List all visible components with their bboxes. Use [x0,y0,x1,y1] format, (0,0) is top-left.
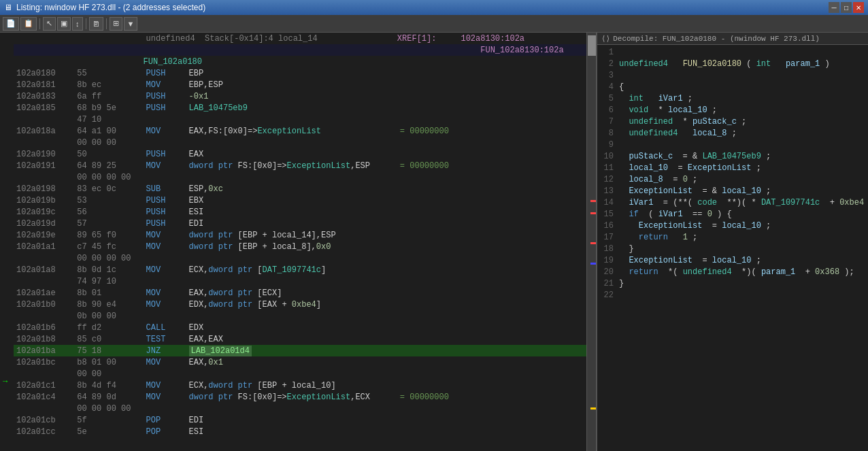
asm-row-bytes-000000: 00 00 00 [14,137,586,148]
asm-row-mov-eax-exc[interactable]: 102a018a 64 a1 00 MOV EAX,FS:[0x0]=>Exce… [14,125,586,137]
toolbar-view-button[interactable]: ⊞ [110,17,122,31]
decompile-header: ⟨⟩ Decompile: FUN_102a0180 - (nwindow HF… [597,33,868,45]
listing-scrollbar[interactable] [586,33,596,451]
toolbar-arrow-button[interactable]: ↕ [72,17,83,31]
decompile-line-13: 13 ExceptionList = & local_10 ; [597,185,868,197]
toolbar-paste-button[interactable]: 📋 [20,17,37,31]
window-controls[interactable]: ─ □ ✕ [829,2,864,13]
listing-content: → undefined4 Stack[-0x14]:4 local_14 [0,33,596,451]
asm-row-mov-ebp-esp[interactable]: 102a0181 8b ec MOV EBP,ESP [14,79,586,90]
error-marker-1 [590,200,596,202]
asm-row-test-eax-eax[interactable]: 102a01b8 85 c0 TEST EAX,EAX [14,333,586,345]
listing-table: undefined4 Stack[-0x14]:4 local_14 XREF[… [14,33,586,437]
decompile-line-8: 8 undefined4 local_8 ; [597,127,868,139]
func-label-row: FUN_102a0180 [14,56,586,67]
minimize-button[interactable]: ─ [829,2,839,13]
decompile-line-4: 4 { [597,81,868,93]
asm-row-sub-esp[interactable]: 102a0198 83 ec 0c SUB ESP,0xc [14,183,586,195]
asm-row-push-edi[interactable]: 102a019d 57 PUSH EDI [14,218,586,229]
toolbar-copy-button[interactable]: 📄 [3,17,19,31]
asm-row-mov-ecx-local10[interactable]: 102a01c1 8b 4d f4 MOV ECX,dword ptr [EBP… [14,380,586,391]
asm-row-push-ebx[interactable]: 102a019b 53 PUSH EBX [14,195,586,206]
toolbar-select-button[interactable]: ▣ [57,17,71,31]
warning-marker-1 [590,407,596,410]
asm-row-bytes-00000000-1: 00 00 00 00 [14,171,586,183]
decompile-line-6: 6 void * local_10 ; [597,104,868,116]
asm-row-push-lab[interactable]: 102a0185 68 b9 5e PUSH LAB_10475eb9 [14,102,586,114]
listing-header-row: undefined4 Stack[-0x14]:4 local_14 XREF[… [14,33,586,44]
decompile-line-7: 7 undefined * puStack_c ; [597,116,868,127]
maximize-button[interactable]: □ [841,2,852,13]
asm-row-mov-edx-eax-be4[interactable]: 102a01b0 8b 90 e4 MOV EDX,dword ptr [EAX… [14,299,586,310]
decompile-line-11: 11 local_10 = ExceptionList ; [597,162,868,173]
decompile-line-15: 15 if ( iVar1 == 0 ) { [597,208,868,220]
decompile-line-20: 20 return *( undefined4 *)( param_1 + 0x… [597,266,868,278]
error-marker-3 [590,242,596,244]
main-area: → undefined4 Stack[-0x14]:4 local_14 [0,33,868,451]
decompile-pane: ⟨⟩ Decompile: FUN_102a0180 - (nwindow HF… [597,33,868,451]
decompile-line-21: 21 } [597,278,868,289]
asm-row-bytes-00000000-2: 00 00 00 00 [14,252,586,264]
toolbar-dropdown-button[interactable]: ▼ [124,17,138,31]
toolbar-disasm-button[interactable]: 🖹 [89,17,103,31]
nav-marker-1 [590,263,596,265]
toolbar-separator-1 [39,18,40,29]
asm-row-push-neg1[interactable]: 102a0183 6a ff PUSH -0x1 [14,90,586,102]
decompile-line-12: 12 local_8 = 0 ; [597,173,868,185]
xref-row-1: FUN_102a8130:102a [14,44,586,56]
decompile-line-19: 19 ExceptionList = local_10 ; [597,254,868,266]
decompile-icon: ⟨⟩ [601,34,610,43]
app-icon: 🖥 [4,3,12,13]
asm-row-mov-local14-esp[interactable]: 102a019e 89 65 f0 MOV dword ptr [EBP + l… [14,229,586,241]
error-marker-2 [590,212,596,214]
asm-row-pop-edi[interactable]: 102a01cb 5f POP EDI [14,414,586,426]
decompile-line-2: 2 undefined4 FUN_102a0180 ( int param_1 … [597,58,868,69]
main-window: 🖥 Listing: nwindow HF 273.dll - (2 addre… [0,0,868,451]
scrollbar-thumb[interactable] [588,35,596,56]
selected-label: LAB_102a01d4 [189,346,252,356]
toolbar-separator-2 [86,18,86,29]
decompile-line-10: 10 puStack_c = & LAB_10475eb9 ; [597,150,868,162]
asm-row-bytes-00000000-3: 00 00 00 00 [14,403,586,414]
decompile-line-5: 5 int iVar1 ; [597,93,868,104]
asm-row-mov-eax-ecx[interactable]: 102a01ae 8b 01 MOV EAX,dword ptr [ECX] [14,287,586,299]
asm-row-mov-local8-0[interactable]: 102a01a1 c7 45 fc MOV dword ptr [EBP + l… [14,241,586,252]
decompile-line-22: 22 [597,289,868,301]
asm-row-bytes-0000-1: 00 00 [14,368,586,380]
decompile-line-16: 16 ExceptionList = local_10 ; [597,220,868,231]
decompile-title: Decompile: FUN_102a0180 - (nwindow HF 27… [613,35,820,43]
asm-row-mov-ecx-dat[interactable]: 102a01a8 8b 0d 1c MOV ECX,dword ptr [DAT… [14,264,586,275]
asm-row-push-ebp[interactable]: 102a0180 55 PUSH EBP [14,67,586,79]
decompile-line-1: 1 [597,46,868,58]
asm-row-pop-esi[interactable]: 102a01cc 5e POP ESI [14,426,586,437]
asm-row-mov-fs-esp[interactable]: 102a0191 64 89 25 MOV dword ptr FS:[0x0]… [14,160,586,171]
asm-row-mov-exc-ecx[interactable]: 102a01c4 64 89 0d MOV dword ptr FS:[0x0]… [14,391,586,403]
decompile-content[interactable]: 1 2 undefined4 FUN_102a0180 ( int param_… [597,45,868,451]
toolbar: 📄 📋 ↖ ▣ ↕ 🖹 ⊞ ▼ [0,15,868,33]
arrow-column: → [0,33,14,451]
decompile-line-18: 18 } [597,243,868,254]
asm-row-bytes-749710: 74 97 10 [14,275,586,287]
asm-row-bytes-4710: 47 10 [14,114,586,125]
listing-scroll[interactable]: undefined4 Stack[-0x14]:4 local_14 XREF[… [14,33,586,451]
asm-row-bytes-0b0000: 0b 00 00 [14,310,586,322]
asm-row-jnz-selected[interactable]: 102a01ba 75 18 JNZ LAB_102a01d4 [14,345,586,356]
toolbar-separator-3 [106,18,107,29]
asm-row-push-esi[interactable]: 102a019c 56 PUSH ESI [14,206,586,218]
asm-row-mov-eax-1[interactable]: 102a01bc b8 01 00 MOV EAX,0x1 [14,356,586,368]
current-line-indicator: → [3,377,7,386]
asm-row-push-eax[interactable]: 102a0190 50 PUSH EAX [14,148,586,160]
asm-row-call-edx[interactable]: 102a01b6 ff d2 CALL EDX [14,322,586,333]
titlebar: 🖥 Listing: nwindow HF 273.dll - (2 addre… [0,0,868,15]
toolbar-cursor-button[interactable]: ↖ [43,17,56,31]
window-title: Listing: nwindow HF 273.dll - (2 address… [16,3,205,12]
decompile-line-17: 17 return 1 ; [597,231,868,243]
decompile-line-3: 3 [597,69,868,81]
decompile-line-14: 14 iVar1 = (**( code **)( * DAT_1097741c… [597,197,868,208]
close-button[interactable]: ✕ [853,2,864,13]
listing-pane: → undefined4 Stack[-0x14]:4 local_14 [0,33,597,451]
decompile-line-9: 9 [597,139,868,150]
